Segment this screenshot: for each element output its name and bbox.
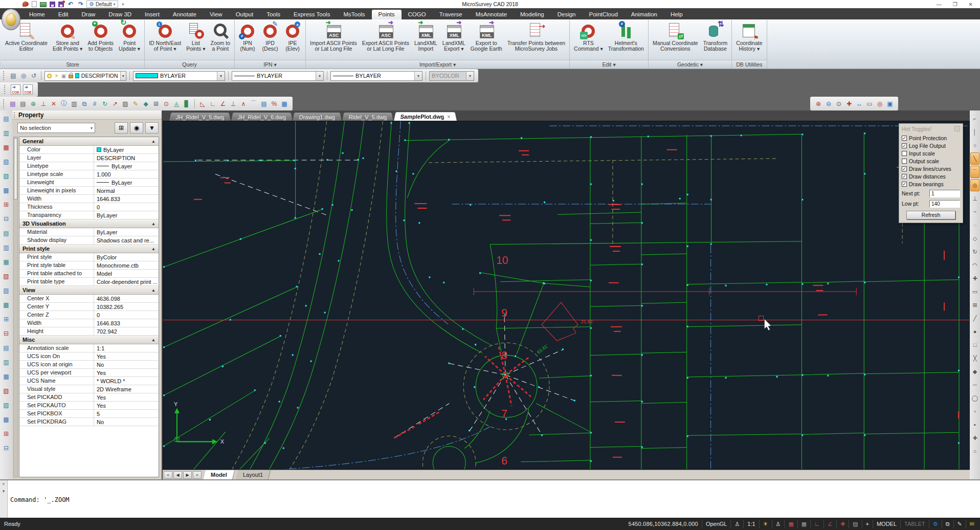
section-header[interactable]: 3D Visualisation ▲: [19, 219, 159, 228]
tool-icon[interactable]: ▤: [259, 99, 269, 109]
menu-tab[interactable]: Traverse: [433, 10, 469, 19]
tool-icon[interactable]: %: [269, 99, 279, 109]
left-tool-icon[interactable]: ▦: [0, 255, 12, 269]
layer-freeze-sun-icon[interactable]: ☀: [54, 73, 59, 79]
drawing-tab[interactable]: JH_Ridel_V_6.dwg ×: [231, 112, 293, 121]
low-pt-input[interactable]: 140: [929, 200, 960, 208]
collapse-icon[interactable]: ▲: [151, 338, 155, 342]
tool-icon[interactable]: ✕: [49, 99, 59, 109]
zoom-to-a-point-button[interactable]: Zoom to a Point: [208, 21, 233, 52]
right-tool-icon[interactable]: ✚: [970, 272, 979, 284]
right-tool-icon[interactable]: ~: [970, 206, 979, 218]
drawing-tab[interactable]: Ridel_V_5.dwg ×: [342, 112, 393, 121]
right-tool-icon[interactable]: ↻: [970, 246, 979, 258]
menu-tab[interactable]: Output: [229, 10, 260, 19]
right-tool-icon[interactable]: ●: [970, 325, 979, 338]
ipe-elev-button[interactable]: IPE (Elev): [281, 21, 304, 52]
layer-viewport-icon[interactable]: ▣: [61, 73, 66, 79]
section-header[interactable]: Print style ▲: [19, 245, 159, 253]
tool-icon[interactable]: ⊕: [813, 99, 823, 109]
export-coe-icon[interactable]: COE: [23, 84, 33, 95]
refresh-button[interactable]: Refresh: [906, 211, 955, 219]
chevron-down-icon[interactable]: ▼: [217, 72, 225, 80]
tool-icon[interactable]: ↻: [100, 99, 110, 109]
store-edit-points-button[interactable]: Store and Edit Points ▾: [50, 21, 85, 52]
left-tool-icon[interactable]: ⊞: [0, 427, 12, 441]
tool-icon[interactable]: ⓘ: [59, 99, 69, 109]
export-ascii-points-button[interactable]: Export ASCII Points or Lat Long File: [360, 21, 412, 52]
chevron-down-icon[interactable]: ▼: [120, 72, 126, 80]
left-tool-icon[interactable]: ⊟: [0, 326, 12, 341]
selection-combo[interactable]: No selection ▾: [17, 123, 95, 133]
left-tool-icon[interactable]: ▧: [0, 154, 12, 169]
property-value[interactable]: ByLayer: [94, 163, 159, 169]
filter-button[interactable]: ▼: [145, 122, 159, 134]
toggle-row[interactable]: Draw bearings: [902, 180, 960, 188]
property-value[interactable]: 10382.265: [94, 304, 159, 310]
menu-tab[interactable]: Animation: [625, 10, 664, 19]
ribbon-group-label[interactable]: Import/Export ▾: [306, 60, 569, 69]
close-tab-icon[interactable]: ×: [447, 114, 451, 120]
layer-combo[interactable]: ☀ ▣ DESCRIPTION ▼: [44, 71, 126, 81]
property-value[interactable]: * WORLD *: [94, 378, 159, 384]
quick-draw-icon[interactable]: ✎: [953, 520, 966, 528]
tool-icon[interactable]: ⊥: [228, 99, 238, 109]
property-value[interactable]: ByLayer: [94, 229, 159, 235]
annotation-visibility-icon[interactable]: ☀: [759, 520, 772, 528]
property-value[interactable]: Model: [94, 271, 159, 277]
crosshair-size-icon[interactable]: +: [862, 520, 873, 528]
drawing-tab[interactable]: SamplePlot.dwg ×: [393, 112, 457, 121]
collapse-icon[interactable]: ▲: [151, 222, 155, 226]
right-tool-icon[interactable]: ▪: [970, 418, 979, 431]
checkbox[interactable]: [902, 136, 907, 141]
tool-icon[interactable]: ∟: [208, 99, 218, 109]
menu-tab[interactable]: PointCloud: [583, 10, 625, 19]
make-layer-current-icon[interactable]: ◎: [19, 72, 28, 79]
menu-tab[interactable]: Draw 3D: [102, 10, 138, 19]
tool-icon[interactable]: ✎: [130, 99, 141, 109]
checkbox[interactable]: [902, 151, 907, 156]
id-north-east-of-point-button[interactable]: ID North/East of Point ▾: [146, 21, 184, 52]
tool-icon[interactable]: ⊖: [823, 99, 834, 109]
property-value[interactable]: 1:1: [94, 345, 159, 351]
right-tool-icon[interactable]: ◆: [970, 365, 979, 378]
helmert-transformation-button[interactable]: Helmert's Transformation: [606, 21, 647, 52]
export-to-google-earth-button[interactable]: Export to Google Earth: [468, 21, 505, 52]
right-tool-icon[interactable]: ▫: [970, 405, 979, 417]
auto-annotation-icon[interactable]: ♙: [772, 520, 785, 528]
tool-icon[interactable]: ∠: [218, 99, 228, 109]
left-tool-icon[interactable]: ⊞: [0, 312, 12, 326]
right-tool-icon[interactable]: ⌐: [970, 113, 979, 125]
left-tool-icon[interactable]: ▥: [0, 126, 12, 140]
cursor-coordinates[interactable]: 5450.086,10362.884,0.000: [625, 520, 702, 528]
quick-select-button[interactable]: ⊞: [115, 122, 128, 134]
property-value[interactable]: No: [94, 419, 159, 425]
right-tool-icon[interactable]: ─: [970, 379, 979, 391]
left-tool-icon[interactable]: ▨: [0, 169, 12, 183]
collapse-icon[interactable]: ▲: [151, 288, 155, 293]
right-tool-icon[interactable]: ◎: [970, 179, 979, 191]
property-value[interactable]: Normal: [94, 188, 159, 194]
property-value[interactable]: ByLayer: [94, 212, 159, 218]
tool-icon[interactable]: ⌒: [249, 99, 259, 109]
linetype-combo[interactable]: BYLAYER ▼: [232, 71, 324, 81]
right-tool-icon[interactable]: ╳: [970, 352, 979, 364]
section-header[interactable]: General ▲: [19, 137, 159, 146]
tool-icon[interactable]: ↔: [854, 99, 864, 109]
drawing-tab[interactable]: JH_Ridel_V_5.dwg ×: [169, 112, 231, 121]
tool-icon[interactable]: ⧉: [79, 99, 90, 109]
ribbon-group-label[interactable]: Edit ▾: [570, 60, 648, 69]
polar-tracking-icon[interactable]: ∠: [823, 520, 836, 528]
manual-coordinate-conversions-button[interactable]: Manual Coordinate Conversions: [650, 21, 701, 52]
tool-icon[interactable]: ↗: [110, 99, 120, 109]
property-value[interactable]: ByLayer: [94, 147, 159, 153]
left-tool-icon[interactable]: ▨: [0, 283, 12, 298]
import-coe-icon[interactable]: COE: [11, 84, 20, 95]
right-tool-icon[interactable]: □: [970, 339, 979, 351]
next-pt-input[interactable]: 1: [929, 190, 960, 197]
menu-tab[interactable]: Help: [664, 10, 689, 19]
grid-display-icon[interactable]: ▦: [797, 520, 810, 528]
tool-icon[interactable]: ▊: [182, 99, 192, 109]
property-value[interactable]: 1.000: [94, 171, 159, 178]
checkbox[interactable]: [902, 182, 907, 187]
